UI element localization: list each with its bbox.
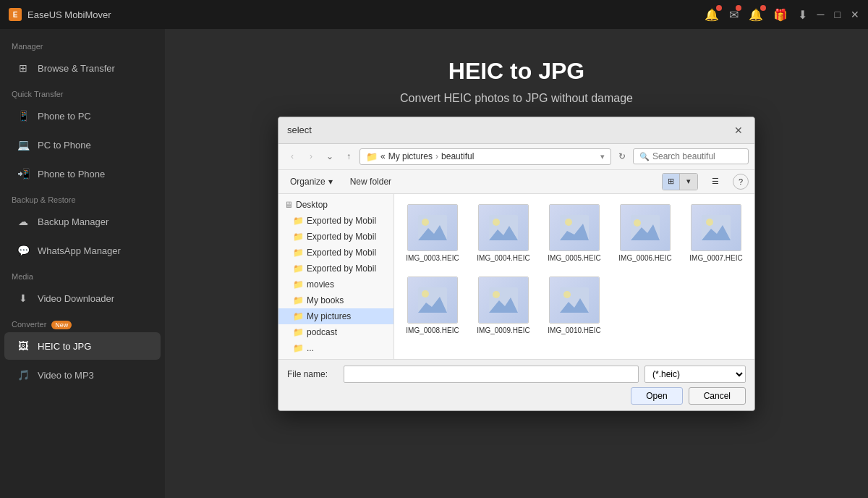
maximize-button[interactable]: □: [835, 9, 841, 20]
list-item[interactable]: IMG_0005.HEIC: [542, 200, 607, 266]
organize-label: Organize: [290, 177, 326, 187]
help-button[interactable]: ?: [733, 174, 749, 190]
file-dialog: select ✕ ‹ › ⌄ ↑ 📁 « My pictures › beaut…: [278, 117, 755, 411]
minimize-button[interactable]: ─: [817, 9, 825, 20]
list-item[interactable]: IMG_0008.HEIC: [400, 272, 465, 339]
sidebar-item-phone-to-pc[interactable]: 📱 Phone to PC: [4, 102, 161, 130]
sidebar-label-browse-transfer: Browse & Transfer: [38, 63, 115, 74]
filename-input[interactable]: [344, 366, 639, 383]
video-to-mp3-icon: 🎵: [16, 368, 30, 382]
filetype-select[interactable]: (*.heic) (*.jpg) (*.png): [644, 366, 746, 383]
search-input[interactable]: [652, 151, 746, 161]
svg-point-20: [493, 291, 500, 298]
dialog-buttons: Open Cancel: [287, 387, 746, 405]
tree-item-more[interactable]: 📁 ...: [278, 340, 393, 356]
notification-icon[interactable]: 🔔: [705, 8, 719, 22]
sidebar-item-backup-manager[interactable]: ☁ Backup Manager: [4, 208, 161, 235]
file-thumbnail: [407, 204, 458, 251]
tree-label-my-books: My books: [307, 295, 344, 305]
tree-item-podcast[interactable]: 📁 podcast: [278, 324, 393, 340]
alert-icon[interactable]: 🔔: [749, 8, 763, 22]
cancel-button[interactable]: Cancel: [689, 387, 746, 405]
tree-label-exported2: Exported by Mobil: [307, 232, 376, 242]
search-icon: 🔍: [639, 152, 650, 161]
phone-to-phone-icon: 📲: [16, 166, 30, 181]
forward-button[interactable]: ›: [303, 148, 319, 164]
image-thumbnail-svg: [560, 215, 589, 240]
sidebar-item-whatsapp-manager[interactable]: 💬 WhatsApp Manager: [4, 237, 161, 264]
list-item[interactable]: IMG_0003.HEIC: [400, 200, 465, 266]
file-thumbnail: [478, 277, 529, 324]
tree-item-desktop[interactable]: 🖥 Desktop: [278, 197, 393, 213]
desktop-icon: 🖥: [284, 200, 293, 210]
tree-label-exported1: Exported by Mobil: [307, 216, 376, 226]
tree-item-exported1[interactable]: 📁 Exported by Mobil: [278, 213, 393, 229]
tree-item-movies[interactable]: 📁 movies: [278, 277, 393, 292]
recent-button[interactable]: ⌄: [322, 148, 338, 164]
list-item[interactable]: IMG_0004.HEIC: [471, 200, 536, 266]
list-item[interactable]: IMG_0009.HEIC: [471, 272, 536, 339]
quick-transfer-section-label: Quick Transfer: [0, 83, 165, 101]
list-item[interactable]: IMG_0010.HEIC: [542, 272, 607, 339]
tree-item-my-books[interactable]: 📁 My books: [278, 292, 393, 308]
path-part-1: «: [380, 151, 386, 161]
back-button[interactable]: ‹: [284, 148, 300, 164]
file-name: IMG_0009.HEIC: [477, 326, 529, 334]
dialog-title-bar: select ✕: [278, 117, 754, 144]
sidebar-item-heic-to-jpg[interactable]: 🖼 HEIC to JPG: [4, 332, 161, 360]
video-downloader-icon: ⬇: [16, 291, 30, 305]
folder-icon-9: 📁: [293, 343, 304, 353]
sidebar-item-phone-to-phone[interactable]: 📲 Phone to Phone: [4, 160, 161, 187]
folder-icon-2: 📁: [293, 232, 304, 242]
sidebar-label-video-downloader: Video Downloader: [38, 293, 114, 304]
file-thumbnail: [407, 277, 458, 324]
close-button[interactable]: ✕: [851, 9, 859, 20]
tree-item-exported2[interactable]: 📁 Exported by Mobil: [278, 229, 393, 245]
file-name: IMG_0006.HEIC: [618, 254, 671, 262]
phone-to-pc-icon: 📱: [16, 109, 30, 123]
file-name: IMG_0004.HEIC: [477, 254, 529, 262]
refresh-button[interactable]: ↻: [614, 148, 630, 164]
app-logo: E: [9, 8, 22, 21]
dialog-close-button[interactable]: ✕: [731, 123, 746, 138]
list-item[interactable]: IMG_0007.HEIC: [684, 200, 749, 266]
filename-label: File name:: [287, 369, 338, 379]
sidebar-label-pc-to-phone: PC to Phone: [38, 140, 91, 151]
tree-label-more: ...: [307, 343, 314, 353]
tree-item-exported4[interactable]: 📁 Exported by Mobil: [278, 261, 393, 277]
view-details-button[interactable]: ☰: [707, 174, 724, 190]
file-grid: IMG_0003.HEIC: [394, 194, 754, 359]
svg-point-11: [634, 219, 641, 227]
sidebar-item-browse-transfer[interactable]: ⊞ Browse & Transfer: [4, 54, 161, 82]
list-item[interactable]: IMG_0006.HEIC: [613, 200, 678, 266]
heic-to-jpg-icon: 🖼: [16, 339, 30, 353]
svg-point-5: [493, 219, 500, 226]
sidebar-item-video-downloader[interactable]: ⬇ Video Downloader: [4, 284, 161, 312]
tree-label-my-pictures: My pictures: [307, 311, 351, 321]
up-button[interactable]: ↑: [341, 148, 357, 164]
new-folder-button[interactable]: New folder: [344, 174, 397, 189]
search-box[interactable]: 🔍: [633, 148, 749, 164]
converter-section-label: Converter New: [0, 313, 165, 332]
view-dropdown-button[interactable]: ▾: [680, 174, 697, 190]
file-name: IMG_0008.HEIC: [406, 326, 459, 334]
download-icon[interactable]: ⬇: [798, 8, 807, 22]
view-grid-button[interactable]: ⊞: [663, 174, 680, 190]
tree-item-exported3[interactable]: 📁 Exported by Mobil: [278, 245, 393, 261]
gift-icon[interactable]: 🎁: [773, 8, 788, 22]
sidebar-item-video-to-mp3[interactable]: 🎵 Video to MP3: [4, 361, 161, 389]
backup-manager-icon: ☁: [16, 214, 30, 229]
sidebar-item-pc-to-phone[interactable]: 💻 PC to Phone: [4, 131, 161, 159]
address-path[interactable]: 📁 « My pictures › beautiful ▾: [359, 148, 611, 165]
image-thumbnail-svg: [418, 215, 447, 240]
organize-button[interactable]: Organize ▾: [284, 174, 339, 189]
open-button[interactable]: Open: [631, 387, 682, 405]
tree-item-my-pictures[interactable]: 📁 My pictures: [278, 308, 393, 324]
main-layout: Manager ⊞ Browse & Transfer Quick Transf…: [0, 29, 868, 498]
message-icon[interactable]: ✉: [729, 8, 739, 22]
path-dropdown[interactable]: ▾: [600, 152, 605, 161]
media-section-label: Media: [0, 265, 165, 284]
browse-transfer-icon: ⊞: [16, 61, 30, 75]
content-area: HEIC to JPG Convert HEIC photos to JPG w…: [165, 29, 868, 498]
sidebar: Manager ⊞ Browse & Transfer Quick Transf…: [0, 29, 165, 498]
